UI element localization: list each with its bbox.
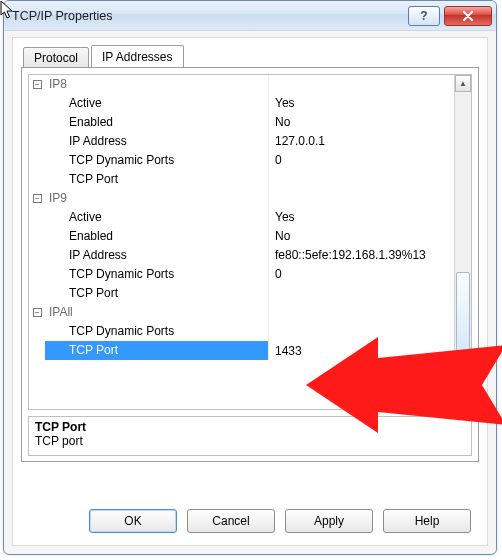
collapse-icon[interactable]: − — [33, 308, 42, 317]
prop-ip9-enabled[interactable]: Enabled No — [29, 227, 454, 246]
prop-label: TCP Dynamic Ports — [45, 322, 269, 341]
prop-value[interactable]: 127.0.0.1 — [269, 132, 454, 151]
prop-value[interactable]: No — [269, 113, 454, 132]
scroll-track[interactable] — [455, 92, 471, 392]
prop-value[interactable]: No — [269, 227, 454, 246]
client-area: Protocol IP Addresses − IP8 Active Yes — [12, 37, 488, 546]
grid-rows: − IP8 Active Yes Enabled No — [29, 75, 454, 409]
prop-label: TCP Dynamic Ports — [45, 265, 269, 284]
scroll-down-button[interactable]: ▼ — [455, 392, 471, 409]
scroll-thumb[interactable] — [456, 272, 470, 352]
prop-ipall-dynports[interactable]: TCP Dynamic Ports — [29, 322, 454, 341]
prop-ip9-dynports[interactable]: TCP Dynamic Ports 0 — [29, 265, 454, 284]
prop-ip8-enabled[interactable]: Enabled No — [29, 113, 454, 132]
prop-value[interactable] — [269, 170, 454, 189]
help-button[interactable]: Help — [383, 509, 471, 533]
tab-strip: Protocol IP Addresses — [23, 46, 479, 68]
description-title: TCP Port — [35, 420, 465, 434]
prop-ip8-port[interactable]: TCP Port — [29, 170, 454, 189]
prop-ip8-dynports[interactable]: TCP Dynamic Ports 0 — [29, 151, 454, 170]
prop-label: IP Address — [45, 246, 269, 265]
tcp-port-input[interactable] — [275, 341, 454, 360]
group-label: IP9 — [45, 189, 269, 208]
prop-label: TCP Port — [45, 341, 269, 360]
tab-protocol[interactable]: Protocol — [23, 47, 89, 69]
apply-button[interactable]: Apply — [285, 509, 373, 533]
prop-value[interactable] — [269, 284, 454, 303]
group-label: IPAll — [45, 303, 269, 322]
prop-ipall-port[interactable]: TCP Port — [29, 341, 454, 360]
description-pane: TCP Port TCP port — [28, 416, 472, 456]
prop-value[interactable]: Yes — [269, 208, 454, 227]
property-grid: − IP8 Active Yes Enabled No — [28, 74, 472, 410]
tab-ip-addresses[interactable]: IP Addresses — [91, 45, 184, 68]
group-ip8[interactable]: − IP8 — [29, 75, 454, 94]
scroll-up-button[interactable]: ▲ — [455, 75, 471, 92]
prop-label: Enabled — [45, 113, 269, 132]
collapse-icon[interactable]: − — [33, 194, 42, 203]
prop-label: Active — [45, 208, 269, 227]
prop-value[interactable]: 0 — [269, 265, 454, 284]
prop-value[interactable]: 0 — [269, 151, 454, 170]
prop-ip8-address[interactable]: IP Address 127.0.0.1 — [29, 132, 454, 151]
button-row: OK Cancel Apply Help — [25, 509, 475, 533]
prop-label: TCP Port — [45, 170, 269, 189]
group-ipall[interactable]: − IPAll — [29, 303, 454, 322]
close-button[interactable] — [444, 6, 492, 26]
prop-ip9-active[interactable]: Active Yes — [29, 208, 454, 227]
prop-ip9-address[interactable]: IP Address fe80::5efe:192.168.1.39%13 — [29, 246, 454, 265]
tab-pane: − IP8 Active Yes Enabled No — [21, 67, 479, 462]
dialog-window: TCP/IP Properties ? Protocol IP Addresse… — [3, 0, 497, 555]
prop-ip8-active[interactable]: Active Yes — [29, 94, 454, 113]
prop-value[interactable]: Yes — [269, 94, 454, 113]
help-button[interactable]: ? — [408, 6, 440, 26]
prop-value-editing[interactable] — [269, 341, 454, 360]
prop-value[interactable] — [269, 322, 454, 341]
window-buttons: ? — [408, 6, 492, 26]
titlebar: TCP/IP Properties ? — [4, 1, 496, 31]
scrollbar[interactable]: ▲ ▼ — [454, 75, 471, 409]
group-label: IP8 — [45, 75, 269, 94]
prop-label: Active — [45, 94, 269, 113]
prop-label: TCP Dynamic Ports — [45, 151, 269, 170]
cancel-button[interactable]: Cancel — [187, 509, 275, 533]
prop-value[interactable]: fe80::5efe:192.168.1.39%13 — [269, 246, 454, 265]
prop-label: IP Address — [45, 132, 269, 151]
window-title: TCP/IP Properties — [12, 9, 408, 23]
ok-button[interactable]: OK — [89, 509, 177, 533]
collapse-icon[interactable]: − — [33, 80, 42, 89]
prop-ip9-port[interactable]: TCP Port — [29, 284, 454, 303]
description-text: TCP port — [35, 434, 465, 448]
prop-label: TCP Port — [45, 284, 269, 303]
prop-label: Enabled — [45, 227, 269, 246]
group-ip9[interactable]: − IP9 — [29, 189, 454, 208]
